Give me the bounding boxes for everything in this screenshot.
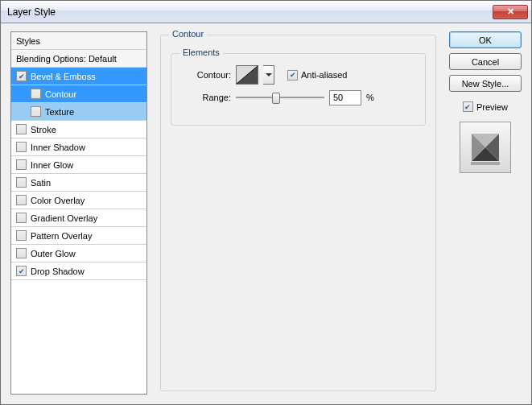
layer-style-dialog: Layer Style ✕ Styles Blending Options: D… xyxy=(0,0,532,405)
checkbox-icon[interactable] xyxy=(16,213,27,223)
antialiased-label: Anti-aliased xyxy=(301,70,347,80)
checkbox-icon[interactable] xyxy=(16,177,27,188)
range-unit: % xyxy=(366,93,374,102)
elements-group-title: Elements xyxy=(179,48,223,57)
settings-panel: Contour Elements Contour: xyxy=(157,31,439,395)
style-item-label: Gradient Overlay xyxy=(31,213,97,223)
contour-group-title: Contour xyxy=(169,29,207,39)
checkbox-icon[interactable] xyxy=(16,71,27,81)
preview-thumbnail xyxy=(460,122,511,173)
style-item-texture[interactable]: Texture xyxy=(11,103,146,121)
cancel-label: Cancel xyxy=(472,57,499,67)
checkbox-icon[interactable] xyxy=(16,124,27,134)
checkbox-icon[interactable] xyxy=(16,266,27,276)
style-item-label: Color Overlay xyxy=(31,196,85,205)
style-item-label: Texture xyxy=(45,107,74,117)
elements-group: Elements Contour: xyxy=(171,53,426,126)
checkbox-icon[interactable] xyxy=(16,230,27,241)
styles-header[interactable]: Styles xyxy=(11,32,146,50)
styles-header-label: Styles xyxy=(16,36,40,46)
contour-label: Contour: xyxy=(186,70,231,80)
range-value: 50 xyxy=(333,93,343,102)
style-item-label: Inner Shadow xyxy=(31,143,85,152)
style-item-label: Outer Glow xyxy=(31,249,76,258)
checkbox-icon xyxy=(287,70,298,81)
ok-button[interactable]: OK xyxy=(449,31,522,48)
contour-dropdown[interactable] xyxy=(263,65,274,85)
style-item-label: Satin xyxy=(31,178,51,188)
slider-track xyxy=(236,97,324,98)
checkbox-icon[interactable] xyxy=(16,159,27,170)
preview-label: Preview xyxy=(476,102,508,112)
style-item-color-overlay[interactable]: Color Overlay xyxy=(11,192,146,209)
style-item-label: Drop Shadow xyxy=(31,267,85,276)
checkbox-icon[interactable] xyxy=(16,248,27,258)
style-item-outer-glow[interactable]: Outer Glow xyxy=(11,245,146,262)
range-slider[interactable] xyxy=(236,91,324,104)
style-item-bevel-emboss[interactable]: Bevel & Emboss xyxy=(11,68,146,85)
checkbox-icon xyxy=(463,101,473,112)
checkbox-icon[interactable] xyxy=(16,195,27,205)
svg-rect-7 xyxy=(471,162,500,165)
dialog-content: Styles Blending Options: Default Bevel &… xyxy=(1,23,531,404)
preview-checkbox[interactable]: Preview xyxy=(449,101,522,112)
range-input[interactable]: 50 xyxy=(329,90,361,105)
action-panel: OK Cancel New Style... Preview xyxy=(449,31,522,395)
ok-label: OK xyxy=(479,35,492,45)
titlebar[interactable]: Layer Style ✕ xyxy=(1,1,531,23)
style-item-satin[interactable]: Satin xyxy=(11,174,146,192)
style-item-gradient-overlay[interactable]: Gradient Overlay xyxy=(11,209,146,227)
new-style-label: New Style... xyxy=(462,79,509,89)
style-item-label: Stroke xyxy=(31,125,56,134)
range-row: Range: 50 % xyxy=(186,86,425,109)
blending-options-row[interactable]: Blending Options: Default xyxy=(11,50,146,68)
style-item-label: Bevel & Emboss xyxy=(31,72,96,81)
contour-row: Contour: Anti-aliased xyxy=(186,64,425,86)
window-title: Layer Style xyxy=(7,6,493,18)
style-item-drop-shadow[interactable]: Drop Shadow xyxy=(11,262,146,280)
checkbox-icon[interactable] xyxy=(16,142,27,152)
range-label: Range: xyxy=(186,93,231,102)
styles-list: Styles Blending Options: Default Bevel &… xyxy=(10,31,147,395)
checkbox-icon[interactable] xyxy=(31,89,41,99)
antialiased-checkbox[interactable]: Anti-aliased xyxy=(287,70,347,81)
close-button[interactable]: ✕ xyxy=(493,5,528,19)
slider-thumb[interactable] xyxy=(272,93,280,104)
new-style-button[interactable]: New Style... xyxy=(449,75,522,92)
style-item-inner-glow[interactable]: Inner Glow xyxy=(11,156,146,174)
checkbox-icon[interactable] xyxy=(31,106,41,117)
contour-curve-icon xyxy=(237,66,258,84)
style-item-label: Contour xyxy=(45,89,76,99)
close-icon: ✕ xyxy=(507,6,514,17)
contour-picker[interactable] xyxy=(236,65,258,85)
contour-group: Contour Elements Contour: xyxy=(160,35,436,391)
blending-options-label: Blending Options: Default xyxy=(16,54,117,64)
style-item-label: Inner Glow xyxy=(31,160,73,170)
cancel-button[interactable]: Cancel xyxy=(449,53,522,70)
style-item-stroke[interactable]: Stroke xyxy=(11,121,146,138)
style-item-contour[interactable]: Contour xyxy=(11,85,146,103)
style-item-label: Pattern Overlay xyxy=(31,231,92,241)
preview-icon xyxy=(467,129,504,166)
style-item-inner-shadow[interactable]: Inner Shadow xyxy=(11,138,146,156)
style-item-pattern-overlay[interactable]: Pattern Overlay xyxy=(11,227,146,245)
